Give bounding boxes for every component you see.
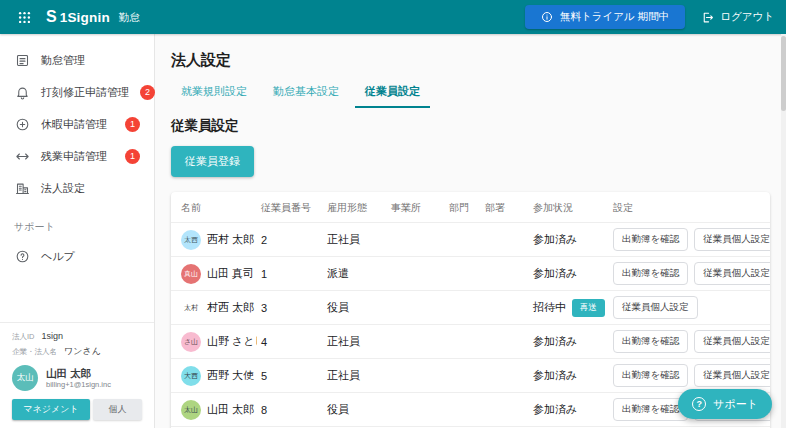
support-fab[interactable]: ? サポート bbox=[678, 389, 772, 419]
logo-text: 1Signin bbox=[60, 10, 110, 25]
department-cell bbox=[481, 291, 529, 325]
employee-name: 山野 さとし bbox=[207, 334, 257, 349]
table-row: 大西 西野 大使 5 正社員 参加済み 出勤簿を確認 従業員個人設定 bbox=[171, 359, 770, 393]
table-row: 真山 山田 真司 1 派遣 参加済み 出勤簿を確認 従業員個人設定 bbox=[171, 257, 770, 291]
org-id-row: 法人ID 1sign bbox=[12, 331, 142, 342]
company-name-label: 企業・法人名 bbox=[12, 347, 57, 357]
table-row: さ山 山野 さとし 4 正社員 参加済み 出勤簿を確認 従業員個人設定 bbox=[171, 325, 770, 359]
company-name-value: ワンさん bbox=[64, 345, 101, 358]
employee-table: 名前 従業員番号 雇用形態 事業所 部門 部署 参加状況 設定 太西 西村 太郎… bbox=[171, 192, 770, 426]
sidebar-nav: 勤怠管理 打刻修正申請管理 2 休暇申請管理 1 bbox=[0, 34, 154, 272]
info-icon bbox=[541, 11, 553, 23]
mode-toggle: マネジメント 個人 bbox=[12, 399, 142, 420]
employee-personal-settings-button[interactable]: 従業員個人設定 bbox=[613, 296, 698, 319]
attendance-book-button[interactable]: 出勤簿を確認 bbox=[613, 364, 688, 387]
avatar: 太西 bbox=[181, 230, 201, 250]
free-trial-label: 無料トライアル 期間中 bbox=[560, 10, 669, 24]
office-cell bbox=[387, 359, 445, 393]
col-header-employment-type: 雇用形態 bbox=[323, 192, 387, 223]
building-icon bbox=[14, 180, 30, 196]
sidebar-item-leave-request[interactable]: 休暇申請管理 1 bbox=[0, 108, 154, 140]
col-header-division: 部門 bbox=[445, 192, 481, 223]
division-cell bbox=[445, 359, 481, 393]
logout-label: ログアウト bbox=[720, 10, 774, 24]
logout-button[interactable]: ログアウト bbox=[701, 10, 774, 24]
avatar: 真山 bbox=[181, 264, 201, 284]
col-header-name: 名前 bbox=[171, 192, 257, 223]
register-employee-button[interactable]: 従業員登録 bbox=[171, 146, 254, 177]
table-row: 太西 西村 太郎 2 正社員 参加済み 出勤簿を確認 従業員個人設定 bbox=[171, 223, 770, 257]
tab-attendance-basics[interactable]: 勤怠基本設定 bbox=[263, 77, 349, 108]
employee-personal-settings-button[interactable]: 従業員個人設定 bbox=[694, 228, 770, 251]
col-header-settings: 設定 bbox=[609, 192, 770, 223]
employee-number: 3 bbox=[257, 291, 323, 325]
clipboard-icon bbox=[14, 52, 30, 68]
employment-type: 役員 bbox=[323, 393, 387, 427]
attendance-book-button[interactable]: 出勤簿を確認 bbox=[613, 330, 688, 353]
scrollbar-thumb[interactable] bbox=[781, 36, 786, 111]
tab-work-rules[interactable]: 就業規則設定 bbox=[171, 77, 257, 108]
attendance-book-button[interactable]: 出勤簿を確認 bbox=[613, 262, 688, 285]
employee-name: 村西 太郎 bbox=[207, 300, 254, 315]
employee-number: 4 bbox=[257, 325, 323, 359]
department-cell bbox=[481, 325, 529, 359]
sidebar-item-help[interactable]: ヘルプ bbox=[0, 240, 154, 272]
sidebar-item-label: 休暇申請管理 bbox=[41, 117, 107, 132]
tab-employee-settings[interactable]: 従業員設定 bbox=[355, 77, 430, 108]
employee-number: 2 bbox=[257, 223, 323, 257]
employee-number: 5 bbox=[257, 359, 323, 393]
employment-type: 役員 bbox=[323, 291, 387, 325]
col-header-department: 部署 bbox=[481, 192, 529, 223]
user-email: billing+1@1sign.inc bbox=[46, 380, 111, 389]
scrollbar-track bbox=[781, 34, 786, 428]
employment-type: 正社員 bbox=[323, 325, 387, 359]
office-cell bbox=[387, 257, 445, 291]
personal-mode-button[interactable]: 個人 bbox=[93, 399, 142, 420]
org-id-value: 1sign bbox=[42, 331, 64, 341]
support-section-label: サポート bbox=[0, 204, 154, 240]
sidebar-item-label: 打刻修正申請管理 bbox=[41, 85, 129, 100]
col-header-participation: 参加状況 bbox=[529, 192, 609, 223]
sidebar-item-label: 勤怠管理 bbox=[41, 53, 85, 68]
office-cell bbox=[387, 291, 445, 325]
help-icon bbox=[14, 248, 30, 264]
employee-name: 西野 大使 bbox=[207, 368, 254, 383]
employee-name: 山田 真司 bbox=[207, 266, 254, 281]
main-content: 法人設定 就業規則設定 勤怠基本設定 従業員設定 従業員設定 従業員登録 名前 … bbox=[155, 34, 786, 428]
free-trial-button[interactable]: 無料トライアル 期間中 bbox=[525, 5, 685, 29]
participation-status: 参加済み bbox=[529, 359, 609, 393]
plus-circle-icon bbox=[14, 116, 30, 132]
division-cell bbox=[445, 393, 481, 427]
sidebar-item-attendance-management[interactable]: 勤怠管理 bbox=[0, 44, 154, 76]
attendance-book-button[interactable]: 出勤簿を確認 bbox=[613, 228, 688, 251]
office-cell bbox=[387, 223, 445, 257]
department-cell bbox=[481, 359, 529, 393]
avatar: さ山 bbox=[181, 332, 201, 352]
logout-icon bbox=[701, 11, 714, 24]
employee-name: 西村 太郎 bbox=[207, 232, 254, 247]
sidebar-item-overtime-request[interactable]: 残業申請管理 1 bbox=[0, 140, 154, 172]
page-title: 法人設定 bbox=[171, 51, 770, 70]
management-mode-button[interactable]: マネジメント bbox=[12, 399, 90, 420]
notification-badge: 2 bbox=[140, 85, 155, 100]
bell-icon bbox=[14, 84, 30, 100]
employee-personal-settings-button[interactable]: 従業員個人設定 bbox=[694, 364, 770, 387]
sidebar-item-label: 法人設定 bbox=[41, 181, 85, 196]
participation-status: 参加済み bbox=[529, 325, 609, 359]
resend-invite-button[interactable]: 再送 bbox=[572, 299, 605, 317]
sidebar: 勤怠管理 打刻修正申請管理 2 休暇申請管理 1 bbox=[0, 34, 155, 428]
division-cell bbox=[445, 223, 481, 257]
employee-personal-settings-button[interactable]: 従業員個人設定 bbox=[694, 262, 770, 285]
department-cell bbox=[481, 223, 529, 257]
attendance-book-button[interactable]: 出勤簿を確認 bbox=[613, 398, 688, 421]
employee-number: 8 bbox=[257, 393, 323, 427]
sidebar-item-timestamp-correction[interactable]: 打刻修正申請管理 2 bbox=[0, 76, 154, 108]
table-row: 太村 村西 太郎 3 役員 招待中 再送 従業員個人設定 bbox=[171, 291, 770, 325]
sidebar-item-corporate-settings[interactable]: 法人設定 bbox=[0, 172, 154, 204]
user-row[interactable]: 太山 山田 太郎 billing+1@1sign.inc bbox=[12, 365, 142, 391]
org-id-label: 法人ID bbox=[12, 332, 35, 342]
apps-grid-icon[interactable] bbox=[12, 5, 36, 29]
support-fab-label: サポート bbox=[713, 397, 758, 412]
employee-personal-settings-button[interactable]: 従業員個人設定 bbox=[694, 330, 770, 353]
avatar: 太村 bbox=[181, 298, 201, 318]
